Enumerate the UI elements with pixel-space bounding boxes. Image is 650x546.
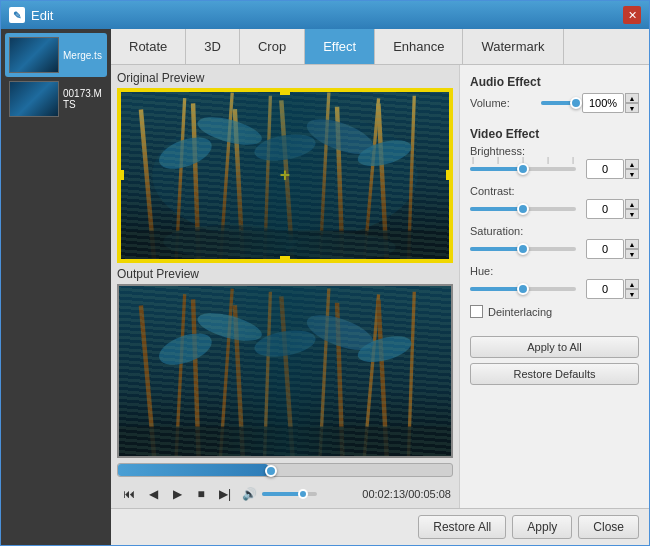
svg-point-18 <box>303 112 379 161</box>
hue-spinner: ▲ ▼ <box>625 279 639 299</box>
file-item-00173[interactable]: 00173.MTS <box>5 77 107 121</box>
tab-rotate[interactable]: Rotate <box>111 29 186 64</box>
saturation-up[interactable]: ▲ <box>625 239 639 249</box>
volume-fill <box>262 492 301 496</box>
contrast-thumb[interactable] <box>517 203 529 215</box>
contrast-track[interactable] <box>470 207 576 211</box>
volume-input[interactable] <box>582 93 624 113</box>
brightness-fill <box>470 167 523 171</box>
hue-track[interactable] <box>470 287 576 291</box>
hue-up[interactable]: ▲ <box>625 279 639 289</box>
saturation-label: Saturation: <box>470 225 535 237</box>
close-button[interactable]: ✕ <box>623 6 641 24</box>
svg-point-17 <box>252 130 317 165</box>
output-video-svg <box>119 286 451 457</box>
svg-rect-20 <box>119 231 451 261</box>
saturation-track[interactable] <box>470 247 576 251</box>
contrast-input[interactable] <box>586 199 624 219</box>
svg-rect-9 <box>279 100 295 260</box>
main-content: Merge.ts 00173.MTS Rotate 3D Crop <box>1 29 649 545</box>
svg-point-15 <box>155 131 216 175</box>
play-button[interactable]: ▶ <box>167 484 187 504</box>
restore-all-button[interactable]: Restore All <box>418 515 506 539</box>
file-name-00173: 00173.MTS <box>63 88 103 110</box>
contrast-up[interactable]: ▲ <box>625 199 639 209</box>
svg-rect-13 <box>376 103 389 260</box>
contrast-spinner: ▲ ▼ <box>625 199 639 219</box>
brightness-input[interactable] <box>586 159 624 179</box>
output-preview-box <box>117 284 453 459</box>
crop-handle-top[interactable] <box>280 90 290 95</box>
volume-thumb[interactable] <box>298 489 308 499</box>
volume-icon[interactable]: 🔊 <box>239 484 259 504</box>
saturation-row: ▲ ▼ <box>470 239 639 259</box>
crop-handle-left[interactable] <box>119 170 124 180</box>
title-bar: ✎ Edit ✕ <box>1 1 649 29</box>
contrast-value-group: ▲ ▼ <box>586 199 639 219</box>
original-preview-label: Original Preview <box>117 71 453 85</box>
apply-to-all-button[interactable]: Apply to All <box>470 336 639 358</box>
deinterlacing-label: Deinterlacing <box>488 306 552 318</box>
svg-rect-24 <box>119 286 451 457</box>
skip-back-button[interactable]: ⏮ <box>119 484 139 504</box>
deinterlacing-checkbox[interactable] <box>470 305 483 318</box>
tab-effect[interactable]: Effect <box>305 29 375 64</box>
volume-track[interactable] <box>541 101 576 105</box>
crop-handle-right[interactable] <box>446 170 451 180</box>
svg-rect-37 <box>407 291 416 456</box>
volume-slider[interactable] <box>262 492 317 496</box>
brightness-thumb[interactable] <box>517 163 529 175</box>
svg-rect-5 <box>191 103 201 260</box>
svg-point-22 <box>285 234 396 261</box>
tab-crop[interactable]: Crop <box>240 29 305 64</box>
volume-value-group: ▲ ▼ <box>582 93 639 113</box>
saturation-thumb[interactable] <box>517 243 529 255</box>
hue-down[interactable]: ▼ <box>625 289 639 299</box>
brightness-value-group: ▲ ▼ <box>586 159 639 179</box>
timeline-thumb[interactable] <box>265 465 277 477</box>
stop-button[interactable]: ■ <box>191 484 211 504</box>
right-section: Rotate 3D Crop Effect Enhance Watermark <box>111 29 649 545</box>
tab-enhance[interactable]: Enhance <box>375 29 463 64</box>
hue-thumb[interactable] <box>517 283 529 295</box>
saturation-slider-container <box>470 241 576 257</box>
close-window-button[interactable]: Close <box>578 515 639 539</box>
volume-label: Volume: <box>470 97 535 109</box>
file-thumbnail-merge <box>9 37 59 73</box>
svg-rect-12 <box>362 98 380 260</box>
content-area: Original Preview <box>111 65 649 508</box>
volume-up[interactable]: ▲ <box>625 93 639 103</box>
timeline-bar[interactable] <box>117 463 453 477</box>
hue-input[interactable] <box>586 279 624 299</box>
svg-rect-43 <box>119 426 451 456</box>
contrast-down[interactable]: ▼ <box>625 209 639 219</box>
prev-frame-button[interactable]: ◀ <box>143 484 163 504</box>
svg-rect-10 <box>318 92 330 260</box>
brightness-down[interactable]: ▼ <box>625 169 639 179</box>
preview-section: Original Preview <box>111 65 459 508</box>
app-icon: ✎ <box>9 7 25 23</box>
restore-defaults-button[interactable]: Restore Defaults <box>470 363 639 385</box>
saturation-input[interactable] <box>586 239 624 259</box>
volume-down[interactable]: ▼ <box>625 103 639 113</box>
svg-rect-27 <box>174 293 186 456</box>
svg-rect-35 <box>362 294 380 456</box>
file-item-merge[interactable]: Merge.ts <box>5 33 107 77</box>
bottom-bar: Restore All Apply Close <box>111 508 649 545</box>
next-frame-button[interactable]: ▶| <box>215 484 235 504</box>
brightness-up[interactable]: ▲ <box>625 159 639 169</box>
svg-point-16 <box>195 112 265 151</box>
crop-handle-bottom[interactable] <box>280 256 290 261</box>
original-video-svg: + <box>119 90 451 261</box>
apply-button[interactable]: Apply <box>512 515 572 539</box>
hue-fill <box>470 287 523 291</box>
saturation-down[interactable]: ▼ <box>625 249 639 259</box>
tab-watermark[interactable]: Watermark <box>463 29 563 64</box>
volume-slider-thumb[interactable] <box>570 97 582 109</box>
brightness-spinner: ▲ ▼ <box>625 159 639 179</box>
original-preview-box: + <box>117 88 453 263</box>
window-title: Edit <box>31 8 623 23</box>
tab-3d[interactable]: 3D <box>186 29 240 64</box>
brightness-track[interactable] <box>470 167 576 171</box>
svg-rect-0 <box>119 90 451 261</box>
